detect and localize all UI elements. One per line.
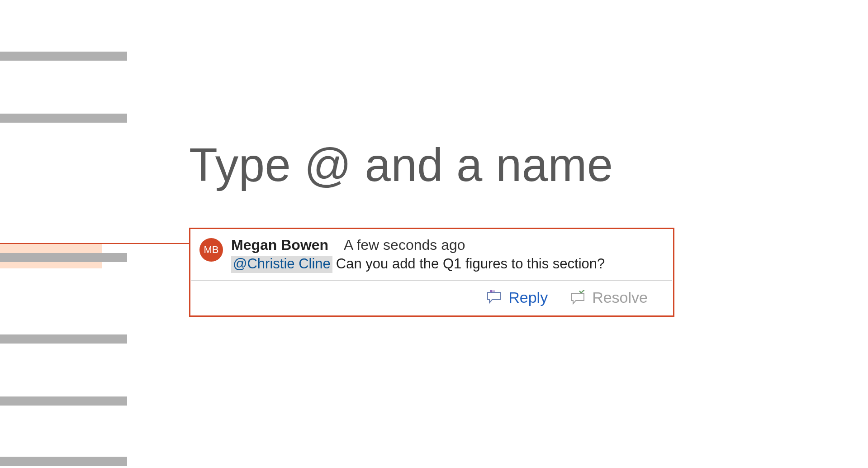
comment-actions: Reply Resolve — [190, 281, 673, 315]
comment-timestamp: A few seconds ago — [344, 237, 465, 253]
decorative-bar — [0, 334, 127, 344]
resolve-icon — [569, 290, 588, 306]
decorative-bar — [0, 52, 127, 61]
reply-icon — [486, 290, 504, 306]
decorative-bar — [0, 114, 127, 123]
comment-header: Megan Bowen A few seconds ago — [231, 237, 664, 253]
decorative-bar — [0, 396, 127, 406]
page-title: Type @ and a name — [189, 138, 613, 192]
avatar: MB — [199, 238, 223, 262]
resolve-label: Resolve — [592, 289, 648, 306]
decorative-bar — [0, 253, 127, 262]
reply-label: Reply — [508, 289, 548, 306]
decorative-bar — [0, 457, 127, 466]
comment-body: MB Megan Bowen A few seconds ago @Christ… — [190, 229, 673, 280]
comment-connector — [0, 243, 190, 244]
mention-chip[interactable]: @Christie Cline — [231, 256, 332, 273]
resolve-button[interactable]: Resolve — [569, 289, 648, 306]
author-name: Megan Bowen — [231, 237, 328, 253]
comment-text[interactable]: Can you add the Q1 figures to this secti… — [336, 256, 605, 272]
comment-callout: MB Megan Bowen A few seconds ago @Christ… — [189, 228, 674, 317]
reply-button[interactable]: Reply — [486, 289, 548, 306]
